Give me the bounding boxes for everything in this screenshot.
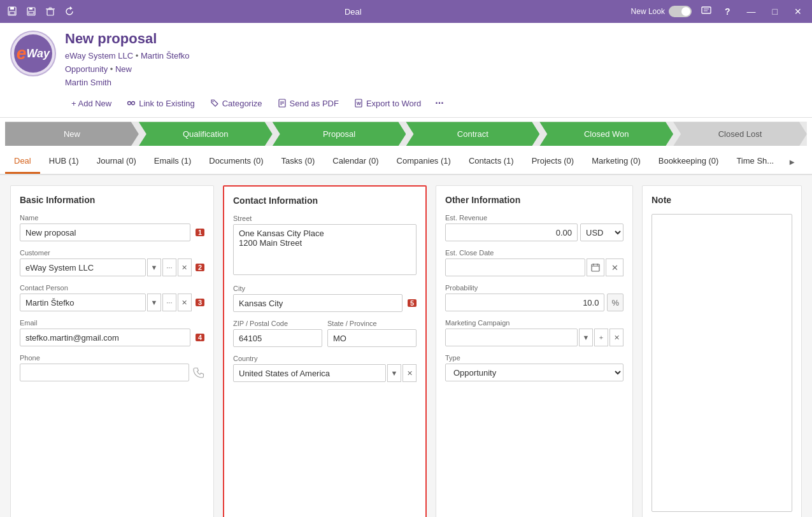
state-input[interactable]	[327, 329, 417, 347]
more-options-button[interactable]: ···	[430, 94, 448, 112]
pipeline-step-new[interactable]: New	[5, 122, 139, 146]
tab-emails[interactable]: Emails (1)	[145, 150, 201, 174]
contact-input[interactable]	[20, 294, 146, 311]
pipeline-step-proposal[interactable]: Proposal	[273, 122, 406, 146]
est-revenue-input[interactable]	[445, 223, 578, 241]
header-contact: Martin Štefko	[141, 51, 190, 60]
tab-hub[interactable]: HUB (1)	[40, 150, 88, 174]
customer-controls: ▼ ··· ✕ 2	[20, 258, 204, 276]
contact-info-section: Contact Information Street One Kansas Ci…	[223, 185, 427, 517]
customer-input[interactable]	[20, 258, 146, 276]
header-subtitle: eWay System LLC • Martin Štefko Opportun…	[65, 50, 802, 89]
tab-timesh[interactable]: Time Sh...	[727, 150, 783, 174]
customer-clear-btn[interactable]: ✕	[178, 258, 192, 276]
svg-rect-2	[10, 11, 15, 15]
est-close-input[interactable]	[445, 258, 585, 276]
est-close-clear-btn[interactable]: ✕	[606, 258, 623, 276]
add-new-button[interactable]: + Add New	[65, 96, 118, 111]
save2-icon[interactable]	[25, 6, 37, 17]
tab-bookkeeping[interactable]: Bookkeeping (0)	[650, 150, 728, 174]
pipeline-wrapper: New Qualification Proposal Contract Clos…	[0, 118, 812, 150]
type-label: Type	[445, 354, 623, 362]
customer-more-btn[interactable]: ···	[162, 258, 176, 276]
type-field-group: Type Opportunity Lead Other	[445, 354, 623, 381]
basic-info-section: Basic Information Name 1 Customer ▼ ··· …	[10, 185, 214, 517]
link-to-existing-button[interactable]: Link to Existing	[120, 96, 201, 111]
country-select-wrap: ▼ ✕	[233, 364, 417, 382]
customer-dropdown-btn[interactable]: ▼	[147, 258, 161, 276]
country-dropdown-btn[interactable]: ▼	[387, 364, 401, 382]
customer-field-group: Customer ▼ ··· ✕ 2	[20, 249, 204, 276]
header-opportunity: Opportunity	[65, 64, 108, 74]
note-section: Note	[642, 185, 802, 517]
marketing-dropdown-btn[interactable]: ▼	[579, 329, 593, 346]
refresh-icon[interactable]	[64, 6, 75, 17]
currency-select[interactable]: USD EUR GBP	[580, 223, 623, 241]
save-icon[interactable]	[6, 6, 18, 17]
probability-field-group: Probability %	[445, 284, 623, 311]
street-field-group: Street One Kansas City Place 1200 Main S…	[233, 215, 417, 277]
avatar[interactable]: e Way	[10, 31, 56, 76]
country-clear-btn[interactable]: ✕	[402, 364, 417, 382]
marketing-add-btn[interactable]: +	[594, 329, 608, 346]
est-close-label: Est. Close Date	[445, 249, 623, 257]
est-revenue-field-group: Est. Revenue USD EUR GBP	[445, 214, 623, 241]
svg-point-13	[132, 102, 135, 105]
name-badge: 1	[196, 229, 204, 236]
new-look-toggle[interactable]: New Look	[631, 6, 692, 17]
tab-tasks[interactable]: Tasks (0)	[273, 150, 324, 174]
email-input[interactable]	[20, 329, 190, 346]
city-input[interactable]	[233, 294, 402, 312]
tab-journal[interactable]: Journal (0)	[88, 150, 145, 174]
help-button[interactable]: ?	[721, 5, 734, 18]
pipeline-step-closed-lost[interactable]: Closed Lost	[673, 122, 807, 146]
country-input[interactable]	[233, 364, 386, 382]
other-info-section: Other Information Est. Revenue USD EUR G…	[436, 185, 633, 517]
contact-badge: 3	[196, 299, 204, 306]
street-input[interactable]: One Kansas City Place 1200 Main Street	[233, 224, 417, 275]
contact-clear-btn[interactable]: ✕	[178, 294, 192, 311]
tab-projects[interactable]: Projects (0)	[523, 150, 583, 174]
tab-marketing[interactable]: Marketing (0)	[583, 150, 650, 174]
tab-scroll-right[interactable]: ►	[783, 150, 801, 174]
note-textarea[interactable]	[652, 214, 792, 512]
email-label: Email	[20, 319, 204, 327]
tab-calendar[interactable]: Calendar (0)	[324, 150, 387, 174]
contact-info-title: Contact Information	[233, 195, 417, 206]
tab-deal[interactable]: Deal	[5, 150, 40, 174]
name-input[interactable]	[20, 223, 190, 241]
type-select[interactable]: Opportunity Lead Other	[445, 364, 623, 381]
deal-title: New proposal	[65, 31, 802, 47]
phone-label: Phone	[20, 354, 204, 362]
marketing-clear-btn[interactable]: ✕	[609, 329, 623, 346]
svg-point-15	[212, 101, 213, 103]
contact-dropdown-btn[interactable]: ▼	[147, 294, 161, 311]
minimize-button[interactable]: —	[743, 5, 760, 18]
marketing-input[interactable]	[445, 329, 578, 346]
contact-more-btn[interactable]: ···	[162, 294, 176, 311]
close-button[interactable]: ✕	[790, 5, 806, 18]
notifications-icon[interactable]	[701, 6, 712, 17]
zip-state-row: ZIP / Postal Code State / Province	[233, 320, 417, 355]
export-to-word-button[interactable]: W Export to Word	[348, 96, 427, 111]
header-info: New proposal eWay System LLC • Martin Št…	[65, 31, 802, 117]
maximize-button[interactable]: □	[769, 5, 781, 18]
pipeline-step-qualification[interactable]: Qualification	[139, 122, 273, 146]
other-info-title: Other Information	[445, 195, 623, 205]
probability-input[interactable]	[445, 294, 604, 311]
send-as-pdf-button[interactable]: Send as PDF	[271, 96, 345, 111]
zip-input[interactable]	[233, 329, 322, 347]
categorize-button[interactable]: Categorize	[204, 96, 269, 111]
new-look-switch[interactable]	[669, 6, 692, 17]
calendar-icon[interactable]	[587, 258, 604, 276]
tab-documents[interactable]: Documents (0)	[200, 150, 272, 174]
state-label: State / Province	[327, 320, 417, 327]
pipeline-step-closed-won[interactable]: Closed Won	[539, 122, 673, 146]
delete-icon[interactable]	[45, 6, 56, 17]
tab-companies[interactable]: Companies (1)	[388, 150, 460, 174]
toolbar: + Add New Link to Existing Categorize Se…	[65, 94, 802, 117]
tab-contacts[interactable]: Contacts (1)	[460, 150, 523, 174]
phone-input[interactable]	[20, 364, 189, 381]
eway-way: Way	[26, 47, 50, 60]
pipeline-step-contract[interactable]: Contract	[406, 122, 539, 146]
